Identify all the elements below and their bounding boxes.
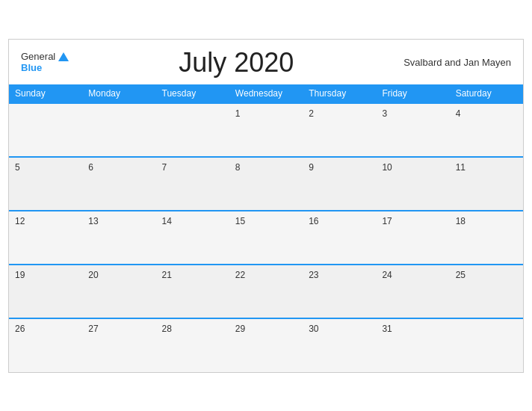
- calendar-title: July 2020: [69, 47, 403, 78]
- calendar-cell: 31: [376, 318, 449, 372]
- day-number: 17: [382, 216, 392, 226]
- day-number: 14: [162, 216, 172, 226]
- logo-blue-text: Blue: [21, 63, 42, 73]
- day-number: 16: [309, 216, 318, 226]
- logo-general-text: General: [21, 52, 55, 62]
- calendar-cell: 6: [82, 157, 155, 211]
- calendar-cell: 29: [229, 318, 303, 372]
- calendar-cell: 13: [82, 211, 155, 265]
- calendar-cell: 21: [156, 265, 229, 318]
- weekday-header-row: SundayMondayTuesdayWednesdayThursdayFrid…: [9, 84, 523, 103]
- calendar-cell: 22: [229, 265, 303, 318]
- day-number: 25: [456, 270, 466, 280]
- calendar-grid: SundayMondayTuesdayWednesdayThursdayFrid…: [9, 84, 523, 372]
- week-row-3: 12131415161718: [9, 211, 523, 265]
- weekday-header-thursday: Thursday: [303, 84, 376, 103]
- calendar-cell: 10: [376, 157, 449, 211]
- calendar-cell: 12: [9, 211, 82, 265]
- day-number: 2: [309, 108, 314, 119]
- week-row-2: 567891011: [9, 157, 523, 211]
- calendar-cell: 30: [303, 318, 376, 372]
- calendar-cell: 15: [229, 211, 303, 265]
- calendar-cell: 3: [376, 103, 449, 157]
- calendar-cell: 17: [376, 211, 449, 265]
- day-number: 19: [15, 270, 25, 280]
- day-number: 8: [235, 162, 241, 173]
- day-number: 15: [235, 216, 245, 226]
- calendar-cell: 11: [450, 157, 523, 211]
- region-label: Svalbard and Jan Mayen: [403, 57, 511, 68]
- calendar-header: General Blue July 2020 Svalbard and Jan …: [9, 40, 523, 84]
- day-number: 5: [15, 162, 20, 173]
- day-number: 29: [235, 324, 245, 334]
- weekday-header-wednesday: Wednesday: [229, 84, 303, 103]
- day-number: 20: [88, 270, 98, 280]
- calendar-cell: 4: [450, 103, 523, 157]
- week-row-5: 262728293031: [9, 318, 523, 372]
- calendar-cell: 27: [82, 318, 155, 372]
- calendar-cell: 5: [9, 157, 82, 211]
- weekday-header-tuesday: Tuesday: [156, 84, 229, 103]
- day-number: 6: [88, 162, 93, 173]
- calendar-cell: 26: [9, 318, 82, 372]
- calendar-cell: [450, 318, 523, 372]
- day-number: 30: [309, 324, 318, 334]
- week-row-1: 1234: [9, 103, 523, 157]
- logo: General Blue: [21, 52, 69, 73]
- day-number: 27: [88, 324, 98, 334]
- day-number: 18: [456, 216, 466, 226]
- day-number: 23: [309, 270, 318, 280]
- day-number: 1: [235, 108, 241, 119]
- calendar-cell: 9: [303, 157, 376, 211]
- day-number: 28: [162, 324, 172, 334]
- calendar-cell: [9, 103, 82, 157]
- week-row-4: 19202122232425: [9, 265, 523, 318]
- calendar-container: General Blue July 2020 Svalbard and Jan …: [8, 39, 524, 373]
- weekday-header-friday: Friday: [376, 84, 449, 103]
- calendar-cell: 28: [156, 318, 229, 372]
- day-number: 21: [162, 270, 172, 280]
- day-number: 26: [15, 324, 25, 334]
- calendar-cell: 7: [156, 157, 229, 211]
- calendar-cell: 24: [376, 265, 449, 318]
- calendar-cell: 8: [229, 157, 303, 211]
- day-number: 24: [382, 270, 392, 280]
- logo-triangle-icon: [58, 52, 69, 61]
- calendar-cell: 18: [450, 211, 523, 265]
- weekday-header-sunday: Sunday: [9, 84, 82, 103]
- day-number: 7: [162, 162, 167, 173]
- calendar-cell: 2: [303, 103, 376, 157]
- weekday-header-monday: Monday: [82, 84, 155, 103]
- calendar-cell: 20: [82, 265, 155, 318]
- day-number: 9: [309, 162, 314, 173]
- calendar-cell: 14: [156, 211, 229, 265]
- day-number: 31: [382, 324, 392, 334]
- calendar-cell: 23: [303, 265, 376, 318]
- weekday-header-saturday: Saturday: [450, 84, 523, 103]
- calendar-cell: [156, 103, 229, 157]
- day-number: 4: [456, 108, 461, 119]
- day-number: 12: [15, 216, 25, 226]
- calendar-cell: 1: [229, 103, 303, 157]
- day-number: 11: [456, 162, 466, 173]
- day-number: 13: [88, 216, 98, 226]
- calendar-cell: 16: [303, 211, 376, 265]
- calendar-cell: [82, 103, 155, 157]
- calendar-cell: 19: [9, 265, 82, 318]
- day-number: 3: [382, 108, 387, 119]
- day-number: 10: [382, 162, 392, 173]
- calendar-cell: 25: [450, 265, 523, 318]
- day-number: 22: [235, 270, 245, 280]
